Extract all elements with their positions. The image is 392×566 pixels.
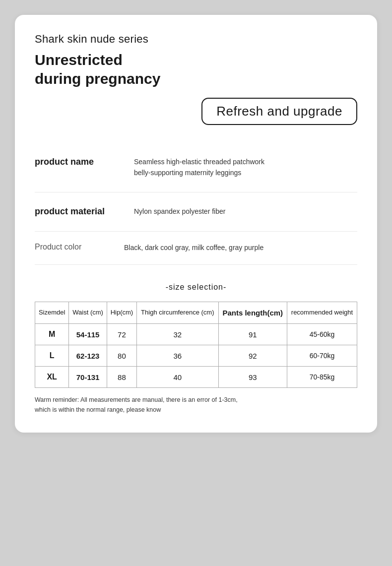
thigh-l: 36 xyxy=(136,345,218,367)
hip-xl: 88 xyxy=(107,367,136,388)
col-waist: Waist (cm) xyxy=(69,302,107,324)
product-name-value: Seamless high-elastic threaded patchwork… xyxy=(134,157,264,178)
weight-xl: 70-85kg xyxy=(287,367,357,388)
waist-l: 62-123 xyxy=(69,345,107,367)
col-pants: Pants length(cm) xyxy=(218,302,287,324)
product-card: Shark skin nude series Unrestricteddurin… xyxy=(15,15,377,433)
product-name-section: product name Seamless high-elastic threa… xyxy=(35,143,357,192)
table-row: M 54-115 72 32 91 45-60kg xyxy=(35,324,357,345)
size-l: L xyxy=(35,345,69,367)
product-color-value: Black, dark cool gray, milk coffee, gray… xyxy=(124,243,263,253)
hip-l: 80 xyxy=(107,345,136,367)
refresh-badge: Refresh and upgrade xyxy=(201,98,357,125)
pants-xl: 93 xyxy=(218,367,287,388)
thigh-m: 32 xyxy=(136,324,218,345)
product-material-value: Nylon spandex polyester fiber xyxy=(134,206,225,217)
hip-m: 72 xyxy=(107,324,136,345)
reminder-text: Warm reminder: All measurements are manu… xyxy=(35,395,357,415)
pants-l: 92 xyxy=(218,345,287,367)
size-section-title: -size selection- xyxy=(35,283,357,292)
thigh-xl: 40 xyxy=(136,367,218,388)
size-section: -size selection- Sizemdel Waist (cm) Hip… xyxy=(35,283,357,415)
product-color-label: Product color xyxy=(35,243,124,252)
series-title: Shark skin nude series xyxy=(35,33,357,46)
table-row: L 62-123 80 36 92 60-70kg xyxy=(35,345,357,367)
col-sizemdel: Sizemdel xyxy=(35,302,69,324)
size-m: M xyxy=(35,324,69,345)
weight-l: 60-70kg xyxy=(287,345,357,367)
col-hip: Hip(cm) xyxy=(107,302,136,324)
product-material-label: product material xyxy=(35,206,134,217)
size-table: Sizemdel Waist (cm) Hip(cm) Thigh circum… xyxy=(35,302,357,388)
product-color-section: Product color Black, dark cool gray, mil… xyxy=(35,232,357,265)
waist-m: 54-115 xyxy=(69,324,107,345)
waist-xl: 70-131 xyxy=(69,367,107,388)
col-weight: recommended weight xyxy=(287,302,357,324)
table-header-row: Sizemdel Waist (cm) Hip(cm) Thigh circum… xyxy=(35,302,357,324)
pants-m: 91 xyxy=(218,324,287,345)
refresh-row: Refresh and upgrade xyxy=(35,98,357,125)
product-name-label: product name xyxy=(35,157,134,167)
product-material-section: product material Nylon spandex polyester… xyxy=(35,192,357,232)
weight-m: 45-60kg xyxy=(287,324,357,345)
table-row: XL 70-131 88 40 93 70-85kg xyxy=(35,367,357,388)
main-title: Unrestrictedduring pregnancy xyxy=(35,51,357,88)
size-xl: XL xyxy=(35,367,69,388)
col-thigh: Thigh circumference (cm) xyxy=(136,302,218,324)
